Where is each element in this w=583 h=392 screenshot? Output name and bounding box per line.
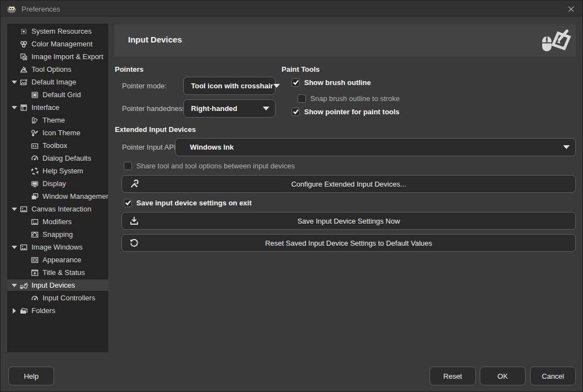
show-pointer-for-paint-tools-checkbox[interactable]: Show pointer for paint tools xyxy=(292,105,400,118)
cancel-button[interactable]: Cancel xyxy=(530,367,576,385)
sidebar-item-label: System Resources xyxy=(31,27,92,35)
button-label: Save Input Device Settings Now xyxy=(122,217,575,225)
image-import-export-icon xyxy=(19,52,28,61)
sidebar-item-display[interactable]: Display xyxy=(7,177,108,190)
checkbox-icon[interactable] xyxy=(124,162,132,170)
sidebar-item-modifiers[interactable]: Modifiers xyxy=(7,215,108,228)
color-management-icon xyxy=(19,40,28,49)
interface-icon xyxy=(19,103,28,112)
sidebar-item-title-status[interactable]: Title & Status xyxy=(7,266,108,279)
input-devices-icon xyxy=(19,281,28,290)
snapping-icon xyxy=(30,230,39,239)
close-button[interactable] xyxy=(565,3,577,15)
sidebar-item-label: Icon Theme xyxy=(43,129,80,137)
display-icon xyxy=(30,179,39,188)
extended-input-devices-section-title: Extended Input Devices xyxy=(115,125,196,134)
button-label: Help xyxy=(24,372,39,380)
help-system-icon xyxy=(30,167,39,176)
sidebar-item-label: Tool Options xyxy=(31,65,71,73)
checkbox-label: Snap brush outline to stroke xyxy=(310,94,400,103)
sidebar-item-snapping[interactable]: Snapping xyxy=(7,228,108,241)
sidebar-item-label: Window Management xyxy=(43,192,108,200)
expander-down-icon[interactable] xyxy=(9,106,19,109)
checkbox-label: Save input device settings on exit xyxy=(136,199,252,207)
sidebar-item-toolbox[interactable]: Toolbox xyxy=(7,139,108,152)
pointer-handedness-dropdown[interactable]: Right-handed xyxy=(183,99,275,118)
sidebar-item-label: Interface xyxy=(31,103,60,112)
appearance-icon xyxy=(30,256,39,264)
sidebar-item-label: Input Devices xyxy=(31,281,75,289)
pointer-mode-label: Pointer mode: xyxy=(122,77,167,95)
sidebar-item-label: Display xyxy=(43,179,66,188)
sidebar-item-label: Image Import & Export xyxy=(31,52,103,61)
expander-right-icon[interactable] xyxy=(9,308,19,314)
button-label: Cancel xyxy=(542,372,564,380)
sidebar-item-window-management[interactable]: Window Management xyxy=(7,190,108,203)
share-tool-options-checkbox[interactable]: Share tool and tool options between inpu… xyxy=(124,160,295,172)
preferences-tree: System ResourcesColor ManagementImage Im… xyxy=(7,24,108,352)
reset-button[interactable]: Reset xyxy=(430,367,476,385)
image-windows-icon xyxy=(19,243,28,252)
page-title: Input Devices xyxy=(128,35,182,44)
snap-brush-outline-checkbox[interactable]: Snap brush outline to stroke xyxy=(298,92,400,104)
folders-icon xyxy=(19,306,28,315)
sidebar-item-label: Default Image xyxy=(31,78,76,86)
sidebar-item-label: Canvas Interaction xyxy=(31,205,91,213)
close-icon xyxy=(568,6,575,13)
sidebar-item-label: Modifiers xyxy=(43,218,72,226)
sidebar-item-icon-theme[interactable]: Icon Theme xyxy=(7,126,108,139)
pointer-mode-dropdown[interactable]: Tool icon with crosshair xyxy=(183,77,275,95)
configure-extended-input-devices-button[interactable]: Configure Extended Input Devices... xyxy=(121,175,576,193)
reset-saved-input-device-settings-button[interactable]: Reset Saved Input Device Settings to Def… xyxy=(121,234,576,252)
sidebar-item-image-import-export[interactable]: Image Import & Export xyxy=(7,50,108,63)
sidebar-item-input-devices[interactable]: Input Devices xyxy=(7,279,108,292)
checkbox-label: Show brush outline xyxy=(304,78,371,87)
sidebar-item-theme[interactable]: Theme xyxy=(7,114,108,126)
expander-down-icon[interactable] xyxy=(9,284,19,287)
sidebar-item-dialog-defaults[interactable]: Dialog Defaults xyxy=(7,152,108,165)
window-title: Preferences xyxy=(22,5,60,13)
sidebar-item-system-resources[interactable]: System Resources xyxy=(7,25,108,38)
toolbox-icon xyxy=(30,141,39,150)
sidebar-item-tool-options[interactable]: Tool Options xyxy=(7,63,108,76)
save-input-device-settings-now-button[interactable]: Save Input Device Settings Now xyxy=(121,212,576,230)
show-brush-outline-checkbox[interactable]: Show brush outline xyxy=(292,76,371,88)
sidebar-item-color-management[interactable]: Color Management xyxy=(7,38,108,50)
sidebar-item-label: Theme xyxy=(43,116,65,124)
sidebar-item-input-controllers[interactable]: Input Controllers xyxy=(7,292,108,304)
help-button[interactable]: Help xyxy=(8,367,54,385)
input-devices-page: Input Devices Pointers Pointer mode: Too… xyxy=(114,24,576,339)
expander-down-icon[interactable] xyxy=(9,208,19,211)
pointer-input-api-dropdown[interactable]: Windows Ink xyxy=(175,138,576,156)
page-header: Input Devices xyxy=(114,24,576,56)
sidebar-item-appearance[interactable]: Appearance xyxy=(7,253,108,266)
button-label: OK xyxy=(497,372,508,380)
sidebar-item-label: Dialog Defaults xyxy=(43,154,91,162)
checkbox-icon[interactable] xyxy=(124,199,132,207)
checkbox-label: Share tool and tool options between inpu… xyxy=(136,162,295,170)
sidebar-item-help-system[interactable]: Help System xyxy=(7,165,108,177)
sidebar-item-canvas-interaction[interactable]: Canvas Interaction xyxy=(7,203,108,215)
button-label: Reset Saved Input Device Settings to Def… xyxy=(122,239,575,247)
window-management-icon xyxy=(30,192,39,201)
sidebar-item-interface[interactable]: Interface xyxy=(7,101,108,114)
sidebar-item-folders[interactable]: Folders xyxy=(7,304,108,317)
sidebar-item-default-image[interactable]: Default Image xyxy=(7,76,108,88)
icon-theme-icon xyxy=(30,129,39,137)
sidebar-item-default-grid[interactable]: Default Grid xyxy=(7,88,108,101)
save-input-device-settings-on-exit-checkbox[interactable]: Save input device settings on exit xyxy=(124,197,252,209)
chevron-down-icon xyxy=(273,84,280,88)
ok-button[interactable]: OK xyxy=(480,367,526,385)
gimp-wilber-icon xyxy=(6,4,17,13)
expander-down-icon[interactable] xyxy=(9,81,19,84)
sidebar-item-label: Default Grid xyxy=(43,91,81,99)
checkbox-icon[interactable] xyxy=(292,78,300,87)
input-controllers-icon xyxy=(30,294,39,303)
expander-down-icon[interactable] xyxy=(9,246,19,249)
checkbox-icon[interactable] xyxy=(292,108,300,116)
sidebar-item-label: Help System xyxy=(43,167,83,175)
checkbox-icon[interactable] xyxy=(298,94,306,103)
preferences-window: Preferences System ResourcesColor Manage… xyxy=(0,0,583,392)
sidebar-item-image-windows[interactable]: Image Windows xyxy=(7,241,108,253)
system-resources-icon xyxy=(19,27,28,36)
